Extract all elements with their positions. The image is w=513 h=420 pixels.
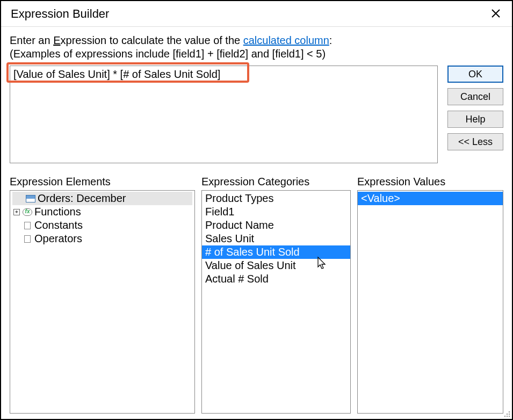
tree-item[interactable]: +fxFunctions: [12, 205, 192, 219]
document-icon: [23, 235, 32, 243]
tree-connector-icon: [13, 236, 20, 242]
category-item[interactable]: # of Sales Unit Sold: [202, 245, 350, 259]
expression-input[interactable]: [10, 66, 438, 163]
examples-text: (Examples of expressions include [field1…: [10, 48, 503, 60]
tree-item-label: Orders: December: [38, 192, 126, 205]
expand-icon[interactable]: +: [13, 209, 20, 215]
tree-item-label: Functions: [34, 205, 81, 219]
tree-item[interactable]: Orders: December: [12, 192, 192, 205]
category-item[interactable]: Product Name: [202, 219, 350, 232]
document-icon: [23, 222, 32, 229]
tree-connector-icon: [13, 222, 20, 229]
help-button[interactable]: Help: [447, 111, 503, 128]
categories-label: Expression Categories: [201, 176, 351, 188]
values-list[interactable]: <Value>: [357, 190, 503, 414]
dialog-body: Enter an Expression to calculate the val…: [1, 27, 512, 419]
category-item[interactable]: Product Types: [202, 192, 350, 205]
tree-item-label: Operators: [34, 232, 82, 245]
elements-label: Expression Elements: [10, 176, 195, 188]
ok-button[interactable]: OK: [447, 66, 503, 83]
less-button[interactable]: << Less: [447, 133, 503, 150]
calculated-column-link[interactable]: calculated column: [243, 34, 329, 46]
category-item[interactable]: Actual # Sold: [202, 272, 350, 286]
cancel-button[interactable]: Cancel: [447, 88, 503, 105]
function-icon: fx: [23, 208, 32, 216]
tree-item[interactable]: Constants: [12, 219, 192, 232]
tree-item[interactable]: Operators: [12, 232, 192, 245]
elements-tree[interactable]: Orders: December+fxFunctionsConstantsOpe…: [10, 190, 195, 414]
values-label: Expression Values: [357, 176, 503, 188]
expression-builder-dialog: Expression Builder Enter an Expression t…: [0, 0, 513, 420]
category-item[interactable]: Field1: [202, 205, 350, 219]
categories-list[interactable]: Product TypesField1Product NameSales Uni…: [201, 190, 351, 414]
dialog-title: Expression Builder: [11, 7, 109, 21]
category-item[interactable]: Value of Sales Unit: [202, 259, 350, 272]
prompt-text: Enter an Expression to calculate the val…: [10, 34, 503, 47]
titlebar: Expression Builder: [1, 1, 512, 27]
dialog-buttons: OK Cancel Help << Less: [447, 66, 503, 150]
value-item[interactable]: <Value>: [358, 192, 503, 205]
category-item[interactable]: Sales Unit: [202, 232, 350, 245]
resize-grip-icon[interactable]: [502, 409, 511, 418]
table-icon: [26, 195, 35, 202]
tree-item-label: Constants: [34, 219, 83, 232]
close-icon[interactable]: [487, 7, 504, 21]
